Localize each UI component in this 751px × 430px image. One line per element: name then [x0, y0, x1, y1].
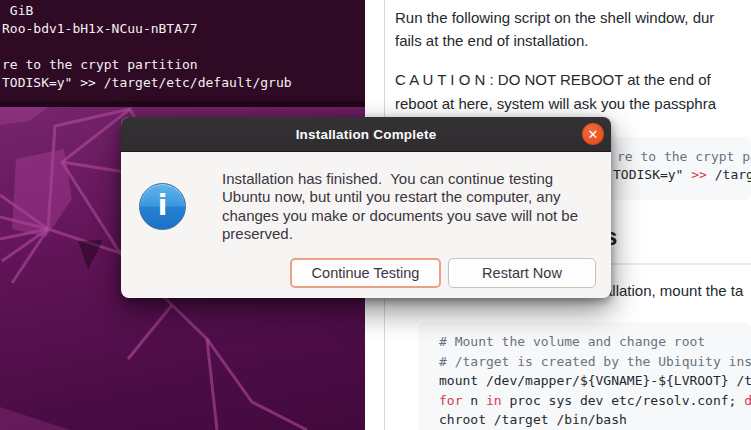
terminal-output-line: GiB [2, 2, 33, 20]
dialog-message-line: preserved. [222, 225, 578, 243]
code2-line-4: for n in proc sys dev etc/resolv.conf; d… [439, 393, 751, 408]
dialog-message: Installation has finished. You can conti… [222, 170, 578, 243]
code1-line-2: TODISK=y" >> /targ [613, 167, 751, 182]
code1-redirect-operator: >> [691, 167, 707, 182]
code2-line4-text2: proc sys dev etc/resolv.conf; [502, 393, 745, 408]
info-icon: i [139, 183, 186, 230]
continue-testing-button[interactable]: Continue Testing [290, 258, 441, 288]
info-icon-glyph: i [158, 192, 168, 220]
dialog-message-line: Ubuntu now, but until you restart the co… [222, 188, 578, 206]
code2-line-1: # Mount the volume and change root [439, 334, 705, 349]
terminal-output-line: TODISK=y" >> /target/etc/default/grub [2, 74, 292, 92]
code2-for-keyword: for [439, 393, 462, 408]
doc-caution-line-1: C A U T I O N : DO NOT REBOOT at the end… [395, 69, 711, 91]
doc-paragraph-2-fragment: allation, mount the ta [604, 280, 743, 302]
doc-paragraph-1-line-1: Run the following script on the shell wi… [395, 7, 714, 29]
code1-line2-path: /targ [707, 167, 751, 182]
terminal-output-line: Roo-bdv1-bH1x-NCuu-nBTA77 [2, 20, 198, 38]
terminal-window[interactable]: GiB Roo-bdv1-bH1x-NCuu-nBTA77 re to the … [0, 0, 365, 101]
dialog-message-line: Installation has finished. You can conti… [222, 170, 578, 188]
close-icon: ✕ [588, 127, 599, 140]
restart-now-button[interactable]: Restart Now [448, 258, 596, 288]
code2-line4-text1: n [462, 393, 485, 408]
code2-line-3: mount /dev/mapper/${VGNAME}-${LVROOT} /t [439, 373, 751, 388]
doc-paragraph-1-line-2: fails at the end of installation. [395, 30, 588, 52]
code2-in-keyword: in [486, 393, 502, 408]
code2-do-keyword: do [744, 393, 751, 408]
terminal-output-line: re to the crypt partition [2, 56, 198, 74]
code2-line-5: chroot /target /bin/bash [439, 412, 627, 427]
screenshot-root: Run the following script on the shell wi… [0, 0, 751, 430]
dialog-title: Installation Complete [296, 127, 437, 142]
close-button[interactable]: ✕ [582, 123, 604, 145]
code2-line-2: # /target is created by the Ubiquity ins [439, 354, 751, 369]
code1-line-1: re to the crypt pa [617, 149, 751, 164]
doc-caution-line-2: reboot at here, system will ask you the … [395, 93, 716, 115]
dialog-message-line: changes you make or documents you save w… [222, 207, 578, 225]
dialog-titlebar[interactable]: Installation Complete ✕ [121, 117, 611, 152]
installation-complete-dialog: Installation Complete ✕ i Installation h… [121, 117, 611, 298]
code1-line2-text: TODISK=y" [613, 167, 691, 182]
